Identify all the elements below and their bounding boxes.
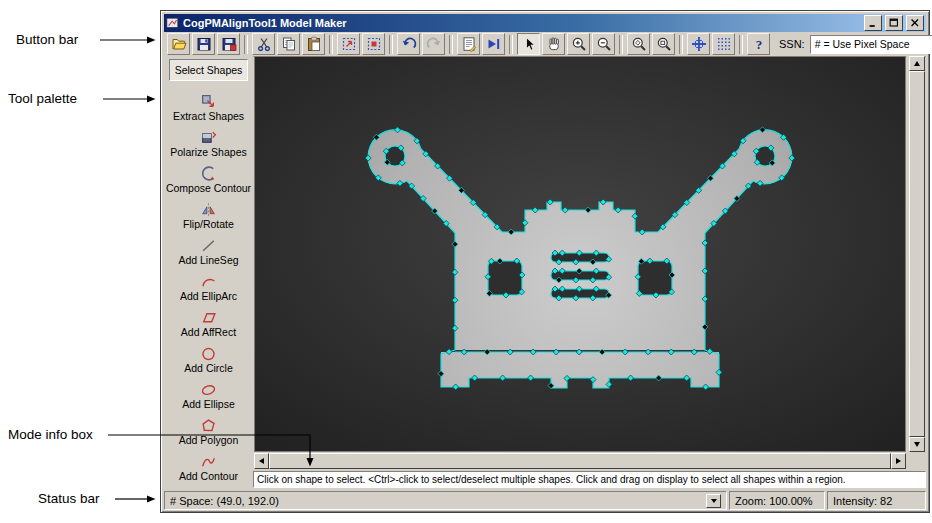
toolbar-separator [449, 35, 453, 54]
palette-item-compose-contour[interactable]: Compose Contour [164, 161, 253, 197]
open-folder-button[interactable] [167, 33, 190, 55]
add-affrect-icon [200, 309, 217, 326]
arrow-left-icon [259, 458, 264, 464]
toolbar-separator [389, 35, 393, 54]
window-title: CogPMAlignTool1 Model Maker [183, 17, 861, 29]
horizontal-scroll-thumb[interactable] [269, 453, 891, 469]
ssn-combobox[interactable]: # = Use Pixel Space [810, 35, 932, 54]
properties-icon [461, 36, 477, 52]
train-region-button[interactable] [362, 33, 385, 55]
toolbar-separator [329, 35, 333, 54]
zoom-expand-button[interactable] [627, 33, 650, 55]
palette-item-polarize-shapes[interactable]: Polarize Shapes [164, 125, 253, 161]
palette-item-flip-rotate[interactable]: Flip/Rotate [164, 197, 253, 233]
save-button[interactable] [192, 33, 215, 55]
toolbar-separator [739, 35, 743, 54]
compose-contour-icon [200, 165, 217, 182]
pixel-grid-button[interactable] [712, 33, 735, 55]
scroll-right-button[interactable] [891, 453, 906, 469]
cut-button[interactable] [252, 33, 275, 55]
train-shape-button[interactable] [337, 33, 360, 55]
minimize-button[interactable] [864, 15, 882, 31]
save-image-button[interactable] [217, 33, 240, 55]
paste-button[interactable] [302, 33, 325, 55]
select-cursor-icon [521, 36, 537, 52]
ssn-group: SSN: # = Use Pixel Space [779, 35, 932, 54]
image-display[interactable] [254, 56, 906, 452]
status-zoom-text: Zoom: 100.00% [735, 495, 813, 507]
run-marker-button[interactable] [482, 33, 505, 55]
axes-grid-button[interactable] [687, 33, 710, 55]
title-bar[interactable]: CogPMAlignTool1 Model Maker [164, 14, 926, 32]
select-cursor-button[interactable] [517, 33, 540, 55]
polarize-shapes-icon [200, 129, 217, 146]
figure-canvas: Button bar Tool palette Mode info box St… [0, 0, 932, 523]
redo-icon [426, 36, 442, 52]
arrow-right-icon [896, 458, 901, 464]
ssn-value: # = Use Pixel Space [815, 38, 910, 50]
maximize-icon [888, 17, 900, 29]
zoom-fit-icon [656, 36, 672, 52]
arrow-down-icon [914, 442, 920, 447]
vertical-scroll-thumb[interactable] [909, 71, 925, 437]
help-button[interactable]: ? [747, 33, 770, 55]
add-contour-icon [200, 453, 217, 470]
palette-item-add-contour[interactable]: Add Contour [164, 449, 253, 485]
palette-item-label: Add AffRect [181, 327, 236, 338]
maximize-button[interactable] [885, 15, 903, 31]
palette-item-add-lineseg[interactable]: Add LineSeg [164, 233, 253, 269]
palette-item-add-polygon[interactable]: Add Polygon [164, 413, 253, 449]
zoom-expand-icon [631, 36, 647, 52]
copy-button[interactable] [277, 33, 300, 55]
status-intensity-panel: Intensity: 82 [827, 491, 926, 510]
palette-item-add-elliparc[interactable]: Add EllipArc [164, 269, 253, 305]
ssn-label: SSN: [779, 38, 805, 50]
copy-icon [281, 36, 297, 52]
palette-item-label: Compose Contour [166, 183, 251, 194]
add-ellipse-icon [200, 381, 217, 398]
close-button[interactable] [906, 15, 924, 31]
minimize-icon [867, 17, 879, 29]
add-lineseg-icon [200, 237, 217, 254]
palette-item-select-shapes[interactable]: Select Shapes [169, 59, 248, 81]
zoom-out-button[interactable] [592, 33, 615, 55]
button-bar: ? SSN: # = Use Pixel Space [164, 32, 926, 57]
horizontal-scrollbar[interactable] [254, 453, 906, 469]
palette-item-label: Add LineSeg [178, 255, 238, 266]
palette-item-label: Flip/Rotate [183, 219, 234, 230]
paste-icon [306, 36, 322, 52]
scroll-up-button[interactable] [909, 56, 925, 71]
pan-hand-icon [546, 36, 562, 52]
cut-icon [256, 36, 272, 52]
palette-item-add-ellipse[interactable]: Add Ellipse [164, 377, 253, 413]
space-dropdown-button[interactable] [706, 494, 721, 508]
vertical-scrollbar[interactable] [909, 56, 925, 452]
arrow-up-icon [914, 61, 920, 66]
svg-text:?: ? [755, 37, 762, 52]
palette-item-extract-shapes[interactable]: Extract Shapes [164, 89, 253, 125]
scroll-left-button[interactable] [254, 453, 269, 469]
callout-status-bar: Status bar [38, 491, 100, 506]
undo-button[interactable] [397, 33, 420, 55]
scroll-down-button[interactable] [909, 437, 925, 452]
zoom-out-icon [596, 36, 612, 52]
toolbar-buttons: ? [166, 33, 771, 55]
add-elliparc-icon [200, 273, 217, 290]
close-icon [909, 17, 921, 29]
status-intensity-text: Intensity: 82 [833, 495, 892, 507]
palette-item-label: Select Shapes [175, 65, 243, 76]
pan-hand-button[interactable] [542, 33, 565, 55]
properties-button[interactable] [457, 33, 480, 55]
zoom-in-icon [571, 36, 587, 52]
palette-item-label: Add Circle [184, 363, 232, 374]
zoom-in-button[interactable] [567, 33, 590, 55]
palette-item-add-affrect[interactable]: Add AffRect [164, 305, 253, 341]
zoom-fit-button[interactable] [652, 33, 675, 55]
add-polygon-icon [200, 417, 217, 434]
model-display-image[interactable] [255, 57, 905, 451]
palette-item-add-circle[interactable]: Add Circle [164, 341, 253, 377]
toolbar-separator [679, 35, 683, 54]
save-image-icon [221, 36, 237, 52]
flip-rotate-icon [200, 201, 217, 218]
palette-item-label: Add Contour [179, 471, 238, 482]
